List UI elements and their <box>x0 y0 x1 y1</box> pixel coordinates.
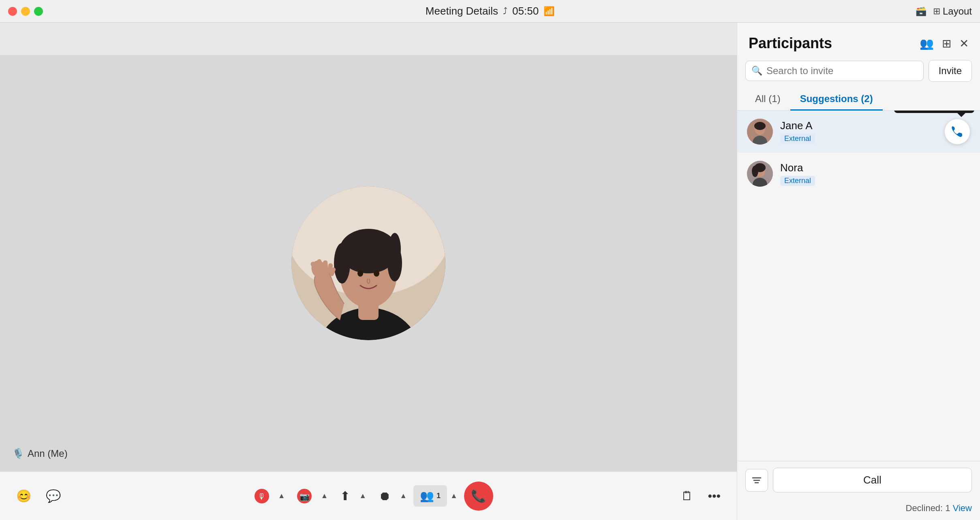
participants-button[interactable]: 👥 1 <box>413 485 447 507</box>
share-screen-button[interactable]: ⬆ <box>334 485 356 507</box>
participant-name-jane: Jane A <box>780 119 937 132</box>
video-mute-button[interactable]: 📷 <box>291 485 317 507</box>
captions-button[interactable]: 🗒 <box>677 485 697 507</box>
record-button[interactable]: ⏺ <box>373 485 396 507</box>
search-row: 🔍 Invite <box>737 60 980 88</box>
video-top-bar <box>0 23 737 55</box>
participant-video <box>291 186 445 340</box>
panel-header-icons: 👥 ⊞ ✕ <box>920 37 969 50</box>
mic-chevron-button[interactable]: ▲ <box>275 488 289 504</box>
record-group: ⏺ ▲ <box>373 485 410 507</box>
titlebar: Meeting Details ⤴ 05:50 📶 🗃️ ⊞ Layout <box>0 0 980 23</box>
mic-muted-icon: 🎙 <box>255 489 269 503</box>
invite-button[interactable]: Invite <box>929 60 972 82</box>
tabs-row: All (1) Suggestions (2) <box>737 88 980 111</box>
avatar-nora-svg <box>747 161 773 187</box>
participant-avatar <box>291 186 445 340</box>
signal-icon: 📶 <box>543 6 554 17</box>
participant-item-nora[interactable]: Nora External <box>737 153 980 195</box>
search-input[interactable] <box>766 65 918 77</box>
mic-mute-button[interactable]: 🎙 <box>249 485 275 507</box>
titlebar-center: Meeting Details ⤴ 05:50 📶 <box>426 5 554 17</box>
participants-group: 👥 1 ▲ <box>413 485 461 507</box>
avatar-jane-svg <box>747 119 773 145</box>
participant-badge-nora: External <box>780 176 815 186</box>
participants-list-icon[interactable]: 👥 <box>920 37 934 50</box>
panel-title: Participants <box>749 35 832 52</box>
video-chevron-button[interactable]: ▲ <box>317 488 331 504</box>
emoji-button[interactable]: 😊 <box>12 485 35 507</box>
tab-suggestions[interactable]: Suggestions (2) <box>790 88 883 111</box>
panel-footer: Call <box>737 461 980 499</box>
titlebar-right: 🗃️ ⊞ Layout <box>916 6 972 17</box>
more-options-button[interactable]: ••• <box>704 485 725 507</box>
participant-badge-jane: External <box>780 134 815 144</box>
filter-icon <box>751 475 762 486</box>
search-input-wrap: 🔍 <box>745 61 924 81</box>
record-chevron-button[interactable]: ▲ <box>396 488 410 504</box>
minimize-button[interactable] <box>21 7 30 16</box>
meeting-timer: 05:50 <box>512 5 539 17</box>
toolbar-center: 🎙 ▲ 📷 ▲ ⬆ ▲ <box>249 482 493 511</box>
svg-text:🎙: 🎙 <box>258 492 266 501</box>
main-area: 🎙️ Ann (Me) 😊 💬 🎙 ▲ <box>0 23 980 520</box>
layout-label: Layout <box>943 6 972 17</box>
close-panel-button[interactable]: ✕ <box>959 37 969 50</box>
svg-text:📷: 📷 <box>300 492 310 501</box>
mic-group: 🎙 ▲ <box>249 485 289 507</box>
participant-list: Jane A External Audio/Video Call <box>737 111 980 461</box>
panel-header: Participants 👥 ⊞ ✕ <box>737 23 980 60</box>
svg-point-10 <box>357 270 363 277</box>
video-content: 🎙️ Ann (Me) <box>0 55 737 471</box>
avatar-nora <box>747 161 773 187</box>
layout-button[interactable]: ⊞ Layout <box>933 6 972 17</box>
share-group: ⬆ ▲ <box>334 485 370 507</box>
close-button[interactable] <box>8 7 17 16</box>
svg-point-9 <box>389 233 401 265</box>
view-declined-link[interactable]: View <box>953 503 972 513</box>
expand-icon[interactable]: ⊞ <box>942 37 951 50</box>
video-muted-icon: 📷 <box>297 489 312 503</box>
archive-icon[interactable]: 🗃️ <box>916 6 927 17</box>
search-icon: 🔍 <box>751 66 762 76</box>
participant-info-nora: Nora External <box>780 162 970 186</box>
declined-row: Declined: 1 View <box>737 499 980 520</box>
participant-video-svg <box>291 186 445 340</box>
svg-point-7 <box>334 243 350 283</box>
chat-bubble-button[interactable]: 💬 <box>42 485 65 507</box>
audio-video-call-tooltip: Audio/Video Call <box>894 111 974 113</box>
video-group: 📷 ▲ <box>291 485 331 507</box>
video-area: 🎙️ Ann (Me) 😊 💬 🎙 ▲ <box>0 23 737 520</box>
svg-point-29 <box>752 166 758 177</box>
participant-label: 🎙️ Ann (Me) <box>12 448 68 459</box>
declined-text: Declined: 1 <box>906 503 950 513</box>
mute-icon: 🎙️ <box>12 448 24 459</box>
layout-grid-icon: ⊞ <box>933 6 940 17</box>
meeting-title: Meeting Details <box>426 5 498 17</box>
phone-icon-jane <box>951 125 964 138</box>
filter-button[interactable] <box>745 469 768 492</box>
end-call-button[interactable]: 📞 <box>464 482 493 511</box>
participant-name-nora: Nora <box>780 162 970 174</box>
call-action-wrap-jane: Audio/Video Call <box>944 119 970 145</box>
svg-point-24 <box>754 122 766 130</box>
participants-panel: Participants 👥 ⊞ ✕ 🔍 Invite All (1) Sugg… <box>737 23 980 520</box>
traffic-lights <box>8 7 43 16</box>
call-action-jane[interactable] <box>944 119 970 145</box>
maximize-button[interactable] <box>34 7 43 16</box>
call-all-button[interactable]: Call <box>773 468 972 492</box>
toolbar-left: 😊 💬 <box>12 485 65 507</box>
share-chevron-button[interactable]: ▲ <box>356 488 370 504</box>
participants-chevron-button[interactable]: ▲ <box>447 488 461 504</box>
participant-name-label: Ann (Me) <box>28 448 68 459</box>
bottom-toolbar: 😊 💬 🎙 ▲ <box>0 471 737 520</box>
svg-point-11 <box>374 270 379 277</box>
participant-info-jane: Jane A External <box>780 119 937 144</box>
avatar-jane <box>747 119 773 145</box>
participant-count: 1 <box>437 492 441 500</box>
share-icon[interactable]: ⤴ <box>503 6 507 17</box>
tab-all[interactable]: All (1) <box>745 88 790 111</box>
toolbar-right: 🗒 ••• <box>677 485 725 507</box>
participant-item-jane[interactable]: Jane A External Audio/Video Call <box>737 111 980 153</box>
